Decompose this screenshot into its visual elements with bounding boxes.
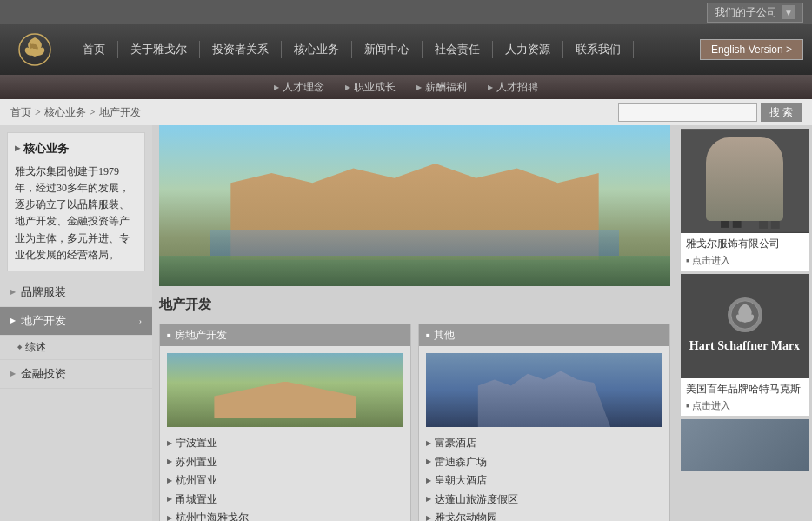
promo-card-2-info: 美国百年品牌哈特马克斯 点击进入 xyxy=(681,378,809,416)
link-zoo[interactable]: 雅戈尔动物园 xyxy=(426,509,662,521)
sidebar-intro-text: 雅戈尔集团创建于1979年，经过30多年的发展，逐步确立了以品牌服装、地产开发、… xyxy=(15,164,137,264)
promo-card-3 xyxy=(681,419,809,471)
promo-card-1-image xyxy=(681,129,809,233)
svg-point-9 xyxy=(755,138,776,159)
sidebar-item-finance-label: 金融投资 xyxy=(21,366,66,382)
nav-about[interactable]: 关于雅戈尔 xyxy=(118,41,200,58)
sub-nav-label: 薪酬福利 xyxy=(425,80,467,95)
promo-card-2-link[interactable]: 点击进入 xyxy=(686,399,803,412)
hsm-logo-circle xyxy=(728,297,762,332)
header: 首页 关于雅戈尔 投资者关系 核心业务 新闻中心 社会责任 人力资源 联系我们 … xyxy=(0,24,812,75)
dropdown-arrow-icon: ▼ xyxy=(782,5,795,19)
other-links: 富豪酒店 雷迪森广场 皇朝大酒店 达蓬山旅游度假区 雅戈尔动物园 雅戈尔物业服务 xyxy=(426,434,662,521)
breadcrumb-bar: 首页 > 核心业务 > 地产开发 搜 索 xyxy=(0,99,812,125)
svg-rect-12 xyxy=(771,158,782,186)
nav-investor[interactable]: 投资者关系 xyxy=(200,41,282,58)
breadcrumb-sep2: > xyxy=(90,106,96,119)
sidebar-intro-title: 核心业务 xyxy=(15,140,137,158)
svg-rect-10 xyxy=(755,159,776,204)
section-real-estate: 房地产开发 宁波置业 苏州置业 杭州置业 甬城置业 杭州中海雅戈尔 xyxy=(159,324,411,521)
top-bar-inner: 我们的子公司 ▼ xyxy=(707,3,803,23)
sub-nav-recruitment[interactable]: 人才招聘 xyxy=(477,80,549,95)
svg-rect-7 xyxy=(721,203,729,228)
sidebar-item-brand-label: 品牌服装 xyxy=(21,284,66,300)
svg-rect-4 xyxy=(716,161,738,204)
water-reflection xyxy=(210,230,619,256)
sidebar-sub-overview[interactable]: 综述 xyxy=(0,336,152,360)
building-scene xyxy=(159,125,670,286)
nav-csr[interactable]: 社会责任 xyxy=(423,41,493,58)
svg-rect-6 xyxy=(733,161,744,187)
promo-card-3-image xyxy=(681,419,809,471)
breadcrumb-core[interactable]: 核心业务 xyxy=(44,105,86,120)
sections-row: 房地产开发 宁波置业 苏州置业 杭州置业 甬城置业 杭州中海雅戈尔 其他 富豪酒… xyxy=(159,324,670,521)
link-radisson[interactable]: 雷迪森广场 xyxy=(426,453,662,472)
svg-point-3 xyxy=(717,141,738,162)
link-hangzhou[interactable]: 杭州置业 xyxy=(167,471,403,491)
breadcrumb-sep1: > xyxy=(35,106,41,119)
svg-rect-11 xyxy=(753,158,763,186)
promo-card-1-info: 雅戈尔服饰有限公司 点击进入 xyxy=(681,233,809,271)
svg-rect-2 xyxy=(681,130,809,232)
right-sidebar: 雅戈尔服饰有限公司 点击进入 Hart Schaffner Marx 美国百年品… xyxy=(677,125,812,521)
sidebar-item-realestate[interactable]: 地产开发 › xyxy=(0,307,152,336)
link-hzzhonghaiygr[interactable]: 杭州中海雅戈尔 xyxy=(167,509,403,521)
sub-nav-label: 人才理念 xyxy=(283,80,324,95)
search-area: 搜 索 xyxy=(618,103,802,122)
search-button[interactable]: 搜 索 xyxy=(761,103,802,122)
page-title: 地产开发 xyxy=(159,293,670,317)
breadcrumb-home[interactable]: 首页 xyxy=(10,105,31,120)
breadcrumb-current: 地产开发 xyxy=(99,105,141,120)
real-estate-image xyxy=(167,353,403,427)
subsidiary-label: 我们的子公司 xyxy=(715,5,777,20)
sub-nav-career[interactable]: 职业成长 xyxy=(335,80,406,95)
nav-contact[interactable]: 联系我们 xyxy=(563,41,634,58)
sidebar-menu: 品牌服装 地产开发 › 综述 金融投资 xyxy=(0,278,152,389)
search-input[interactable] xyxy=(618,103,757,122)
promo-card-2-subtitle: 美国百年品牌哈特马克斯 xyxy=(686,382,803,397)
nav-home[interactable]: 首页 xyxy=(70,41,118,58)
main-content: 核心业务 雅戈尔集团创建于1979年，经过30多年的发展，逐步确立了以品牌服装、… xyxy=(0,125,812,521)
subsidiary-dropdown[interactable]: 我们的子公司 ▼ xyxy=(707,3,803,23)
hsm-emblem-icon xyxy=(729,299,761,331)
svg-rect-14 xyxy=(771,202,780,229)
center-content: 地产开发 房地产开发 宁波置业 苏州置业 杭州置业 甬城置业 杭州中海雅戈尔 其… xyxy=(152,125,677,521)
real-estate-links: 宁波置业 苏州置业 杭州置业 甬城置业 杭州中海雅戈尔 xyxy=(167,434,403,521)
section-other-header: 其他 xyxy=(419,324,669,346)
sidebar-item-brand[interactable]: 品牌服装 xyxy=(0,278,152,307)
link-imperial[interactable]: 皇朝大酒店 xyxy=(426,471,662,491)
svg-rect-8 xyxy=(733,203,742,228)
logo xyxy=(9,28,61,71)
nav-hr[interactable]: 人力资源 xyxy=(493,41,563,58)
svg-rect-13 xyxy=(759,202,768,229)
sub-nav-talent-concept[interactable]: 人才理念 xyxy=(263,80,335,95)
sub-nav-label: 职业成长 xyxy=(354,80,396,95)
breadcrumb: 首页 > 核心业务 > 地产开发 xyxy=(10,105,141,120)
promo-card-1-link[interactable]: 点击进入 xyxy=(686,254,803,267)
other-image xyxy=(426,353,662,427)
left-sidebar: 核心业务 雅戈尔集团创建于1979年，经过30多年的发展，逐步确立了以品牌服装、… xyxy=(0,125,152,521)
sidebar-item-finance[interactable]: 金融投资 xyxy=(0,360,152,389)
nav-core[interactable]: 核心业务 xyxy=(282,41,352,58)
sidebar-item-realestate-label: 地产开发 xyxy=(21,313,66,329)
sub-nav-compensation[interactable]: 薪酬福利 xyxy=(406,80,477,95)
link-yongcheng[interactable]: 甬城置业 xyxy=(167,491,403,510)
english-version-button[interactable]: English Version > xyxy=(700,39,803,60)
link-fuhao[interactable]: 富豪酒店 xyxy=(426,434,662,453)
nav-news[interactable]: 新闻中心 xyxy=(352,41,423,58)
section-other: 其他 富豪酒店 雷迪森广场 皇朝大酒店 达蓬山旅游度假区 雅戈尔动物园 雅戈尔物… xyxy=(418,324,670,521)
link-ningbo[interactable]: 宁波置业 xyxy=(167,434,403,453)
svg-rect-5 xyxy=(715,161,726,187)
chevron-right-icon: › xyxy=(139,316,142,325)
promo-card-2-image: Hart Schaffner Marx xyxy=(681,274,809,378)
promo-card-1-title: 雅戈尔服饰有限公司 xyxy=(686,237,803,251)
men-suits-icon xyxy=(681,129,809,233)
sidebar-sub-overview-label: 综述 xyxy=(25,340,46,355)
hero-image xyxy=(159,125,670,286)
promo-card-1: 雅戈尔服饰有限公司 点击进入 xyxy=(681,129,809,271)
link-dabeng[interactable]: 达蓬山旅游度假区 xyxy=(426,491,662,510)
sidebar-intro: 核心业务 雅戈尔集团创建于1979年，经过30多年的发展，逐步确立了以品牌服装、… xyxy=(7,132,145,271)
link-suzhou[interactable]: 苏州置业 xyxy=(167,453,403,472)
top-bar: 我们的子公司 ▼ xyxy=(0,0,812,24)
promo-card-2: Hart Schaffner Marx 美国百年品牌哈特马克斯 点击进入 xyxy=(681,274,809,416)
